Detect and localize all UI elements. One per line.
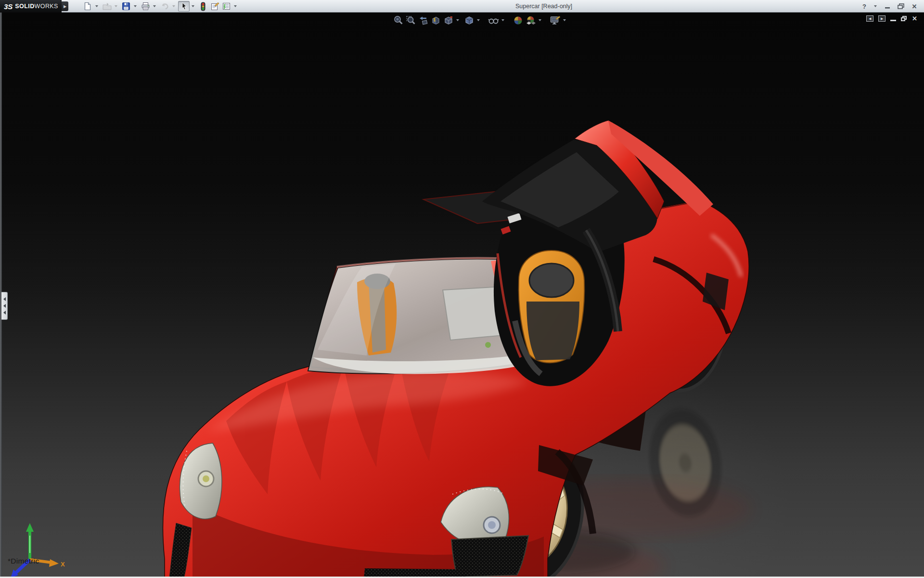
view-orientation-dropdown[interactable] — [455, 14, 460, 26]
undo-button[interactable] — [159, 1, 170, 12]
undo-dropdown[interactable] — [170, 1, 177, 12]
hide-show-items-button[interactable] — [488, 14, 499, 26]
open-button[interactable] — [101, 1, 113, 12]
expand-left-icon — [3, 311, 6, 315]
edit-appearance-button[interactable] — [512, 14, 524, 26]
viewport-restore-button[interactable] — [901, 16, 907, 22]
viewport-window-controls: ◀ ▶ ✕ — [866, 15, 917, 22]
file-properties-icon — [210, 2, 219, 11]
new-document-icon — [83, 2, 92, 11]
apply-scene-button[interactable] — [525, 14, 536, 26]
help-button[interactable]: ? — [859, 1, 870, 11]
triad-x-arrow — [49, 559, 59, 567]
new-document-dropdown[interactable] — [93, 1, 100, 12]
previous-view-icon — [418, 15, 428, 26]
select-cursor-icon — [180, 2, 188, 11]
zoom-to-area-button[interactable] — [405, 14, 416, 26]
section-view-button[interactable] — [430, 14, 441, 26]
view-orientation-icon — [443, 15, 453, 26]
apply-scene-dropdown[interactable] — [537, 14, 542, 26]
save-icon — [122, 2, 130, 11]
apply-scene-icon — [525, 15, 536, 26]
hide-show-items-icon — [488, 15, 499, 26]
edit-appearance-icon — [513, 15, 523, 26]
interior-accent — [485, 342, 491, 348]
new-document-button[interactable] — [82, 1, 93, 12]
zoom-to-fit-button[interactable] — [392, 14, 404, 26]
help-dropdown[interactable] — [872, 1, 878, 12]
solidworks-logo: 3S SOLIDWORKS — [0, 0, 62, 13]
display-style-button[interactable] — [463, 14, 475, 26]
collapse-pane-right-button[interactable]: ▶ — [878, 15, 886, 22]
app-restore-button[interactable] — [895, 1, 907, 11]
title-bar: 3S SOLIDWORKS ▶ — [0, 0, 924, 13]
print-dropdown[interactable] — [151, 1, 157, 12]
expand-left-icon — [3, 304, 6, 308]
options-button[interactable] — [220, 1, 232, 12]
select-tool-dropdown[interactable] — [190, 1, 196, 12]
rebuild-traffic-light-icon — [200, 2, 206, 11]
viewport-minimize-icon — [890, 20, 896, 21]
menu-expand-button[interactable]: ▶ — [62, 1, 68, 11]
app-minimize-button[interactable] — [882, 1, 893, 11]
save-dropdown[interactable] — [132, 1, 138, 12]
3d-model-supercar[interactable] — [0, 13, 924, 578]
view-settings-icon — [550, 15, 561, 26]
previous-view-button[interactable] — [417, 14, 429, 26]
standard-toolbar — [82, 0, 240, 13]
app-close-button[interactable]: ✕ — [909, 1, 920, 11]
options-icon — [222, 2, 231, 11]
titlebar-window-controls: ? ✕ — [859, 0, 920, 13]
brand-works-text: WORKS — [35, 3, 58, 10]
restore-icon — [898, 3, 904, 9]
view-orientation-label: *Dimetric — [8, 557, 39, 565]
save-button[interactable] — [120, 1, 132, 12]
open-dropdown[interactable] — [113, 1, 119, 12]
brand-solid-text: SOLID — [15, 3, 34, 10]
graphics-viewport[interactable]: ◀ ▶ ✕ X Z *Dimetric — [0, 13, 924, 578]
brand-3s-glyph: 3S — [4, 2, 13, 11]
file-properties-button[interactable] — [209, 1, 220, 12]
select-tool-button[interactable] — [178, 1, 190, 12]
triad-y-arrow — [26, 523, 34, 532]
print-button[interactable] — [140, 1, 151, 12]
display-style-dropdown[interactable] — [475, 14, 481, 26]
window-title: Supercar [Read-only] — [231, 0, 857, 13]
view-settings-dropdown[interactable] — [562, 14, 567, 26]
triad-x-label: X — [61, 561, 65, 568]
hide-show-items-dropdown[interactable] — [500, 14, 505, 26]
view-settings-button[interactable] — [549, 14, 561, 26]
headsup-view-toolbar — [392, 14, 569, 26]
collapse-pane-left-button[interactable]: ◀ — [866, 15, 873, 22]
zoom-to-area-icon — [406, 15, 416, 26]
minimize-icon — [885, 3, 890, 9]
rebuild-button[interactable] — [197, 1, 209, 12]
viewport-close-button[interactable]: ✕ — [912, 15, 917, 22]
view-orientation-button[interactable] — [442, 14, 454, 26]
expand-left-icon — [3, 297, 6, 301]
print-icon — [141, 2, 150, 11]
zoom-to-fit-icon — [393, 15, 403, 26]
section-view-icon — [431, 15, 441, 26]
reference-triad: X Z — [2, 519, 69, 578]
display-style-icon — [464, 15, 474, 26]
featuremanager-collapsed-tab[interactable] — [1, 292, 8, 320]
viewport-minimize-button[interactable] — [890, 16, 896, 21]
open-icon — [103, 2, 112, 11]
undo-icon — [160, 2, 169, 11]
